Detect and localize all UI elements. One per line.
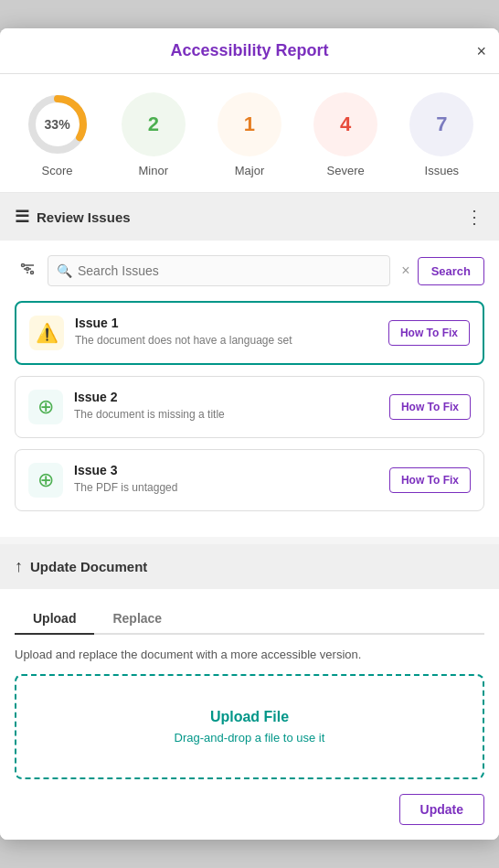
tab-replace[interactable]: Replace: [94, 604, 180, 635]
minor-circle: 2: [122, 92, 186, 156]
tabs-row: Upload Replace: [15, 604, 484, 635]
issues-circle: 7: [409, 92, 473, 156]
severe-circle: 4: [313, 92, 377, 156]
review-icon: ☰: [15, 207, 29, 227]
major-value: 1: [244, 113, 255, 136]
update-button[interactable]: Update: [399, 794, 484, 825]
review-body: 🔍 × Search ⚠️ Issue 1 The document does …: [0, 241, 499, 537]
issue-1-text: Issue 1 The document does not have a lan…: [75, 316, 292, 347]
search-icon: 🔍: [57, 263, 72, 278]
issue-3-text: Issue 3 The PDF is untagged: [74, 463, 177, 494]
score-item-minor: 2 Minor: [122, 92, 186, 177]
score-item-issues: 7 Issues: [409, 92, 473, 177]
title-bar: Accessibility Report ×: [0, 28, 499, 74]
issue-2-left: ⊕ Issue 2 The document is missing a titl…: [28, 390, 225, 424]
issue-3-title: Issue 3: [74, 463, 177, 477]
svg-point-5: [22, 263, 25, 266]
upload-zone-title: Upload File: [35, 709, 464, 725]
issue-card-2: ⊕ Issue 2 The document is missing a titl…: [15, 376, 484, 438]
filter-button[interactable]: [15, 256, 40, 286]
issues-label: Issues: [425, 164, 460, 177]
score-item-severe: 4 Severe: [313, 92, 377, 177]
issue-card-1: ⚠️ Issue 1 The document does not have a …: [15, 301, 484, 365]
issue-2-icon: ⊕: [28, 390, 63, 424]
review-title: Review Issues: [37, 209, 131, 225]
search-input-wrap: 🔍: [48, 255, 390, 286]
score-item-major: 1 Major: [218, 92, 281, 177]
update-section-header: ↑ Update Document: [0, 544, 499, 589]
issue-1-icon: ⚠️: [29, 316, 64, 350]
search-clear-button[interactable]: ×: [401, 263, 409, 279]
update-title: Update Document: [30, 559, 147, 574]
issue-1-desc: The document does not have a language se…: [75, 334, 292, 347]
svg-point-6: [27, 267, 29, 270]
upload-icon: ↑: [15, 557, 23, 576]
major-label: Major: [235, 164, 265, 177]
issue-1-title: Issue 1: [75, 316, 292, 330]
search-row: 🔍 × Search: [15, 255, 484, 286]
issue-card-3: ⊕ Issue 3 The PDF is untagged How To Fix: [15, 449, 484, 511]
issue-2-text: Issue 2 The document is missing a title: [74, 390, 225, 421]
score-label: Score: [42, 164, 73, 177]
update-body: Upload Replace Upload and replace the do…: [0, 589, 499, 840]
update-description: Upload and replace the document with a m…: [15, 648, 484, 661]
score-section: 33% Score 2 Minor 1 Major 4 Severe: [0, 74, 499, 193]
how-to-fix-button-2[interactable]: How To Fix: [389, 394, 471, 420]
accessibility-report-window: Accessibility Report × 33% Score 2 Minor: [0, 28, 499, 840]
major-circle: 1: [218, 92, 281, 156]
update-section: ↑ Update Document Upload Replace Upload …: [0, 544, 499, 840]
severe-value: 4: [340, 113, 351, 136]
svg-point-7: [31, 271, 34, 273]
how-to-fix-button-1[interactable]: How To Fix: [388, 320, 470, 346]
warning-icon: ⚠️: [36, 322, 58, 344]
issues-value: 7: [436, 113, 447, 136]
search-input[interactable]: [48, 255, 390, 286]
close-button[interactable]: ×: [476, 41, 486, 60]
minor-label: Minor: [139, 164, 169, 177]
score-item-score: 33% Score: [26, 92, 90, 177]
score-percentage: 33%: [45, 117, 70, 132]
upload-zone[interactable]: Upload File Drag-and-drop a file to use …: [15, 674, 484, 779]
issue-3-left: ⊕ Issue 3 The PDF is untagged: [28, 463, 177, 498]
upload-zone-subtitle: Drag-and-drop a file to use it: [35, 731, 464, 745]
issue-2-desc: The document is missing a title: [74, 408, 225, 421]
search-button[interactable]: Search: [418, 257, 484, 285]
severe-label: Severe: [327, 164, 365, 177]
how-to-fix-button-3[interactable]: How To Fix: [389, 467, 471, 493]
issue-3-desc: The PDF is untagged: [74, 481, 177, 494]
info-icon-3: ⊕: [37, 468, 54, 492]
update-btn-row: Update: [15, 794, 484, 825]
issue-1-left: ⚠️ Issue 1 The document does not have a …: [29, 316, 292, 350]
review-menu-button[interactable]: ⋮: [465, 206, 484, 228]
window-title: Accessibility Report: [18, 41, 481, 60]
issue-3-icon: ⊕: [28, 463, 63, 498]
info-icon-2: ⊕: [37, 395, 54, 419]
minor-value: 2: [148, 113, 159, 136]
score-donut: 33%: [26, 92, 90, 156]
review-section: ☰ Review Issues ⋮: [0, 193, 499, 537]
review-section-header: ☰ Review Issues ⋮: [0, 193, 499, 241]
issue-2-title: Issue 2: [74, 390, 225, 404]
review-header-left: ☰ Review Issues: [15, 207, 131, 227]
tab-upload[interactable]: Upload: [15, 604, 94, 635]
